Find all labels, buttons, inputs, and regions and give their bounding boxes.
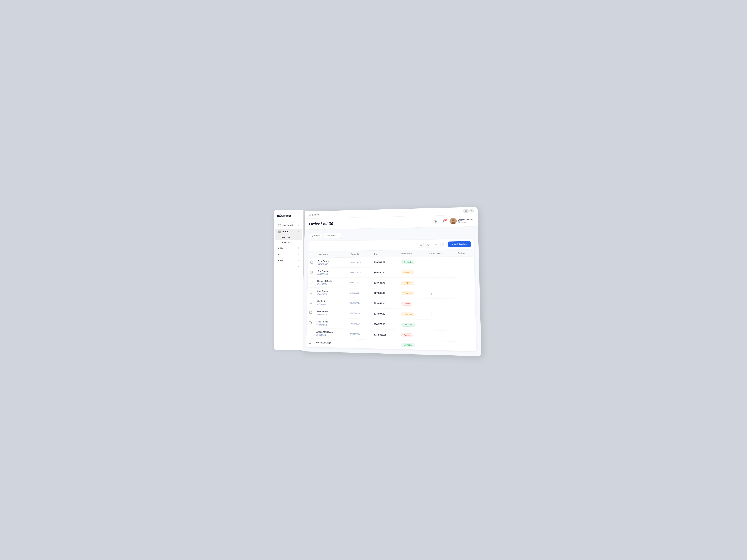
row-status-cell: Complete — [399, 340, 428, 350]
row-date-cell — [347, 339, 371, 348]
row-date-cell: 45/01/2024 — [347, 329, 371, 340]
row-checkbox[interactable] — [310, 281, 312, 284]
row-checkbox[interactable] — [310, 301, 312, 303]
search-input[interactable] — [312, 210, 461, 216]
action-menu-dots[interactable]: ⋮ — [430, 323, 434, 327]
row-action-cell[interactable]: ⋮ — [428, 320, 457, 331]
th-checkbox — [308, 251, 315, 258]
filters-button[interactable]: Filters — [309, 233, 322, 238]
action-menu-dots[interactable]: ⋮ — [430, 292, 433, 295]
row-orderid — [316, 344, 345, 345]
sidebar-item-order-list[interactable]: Order List — [275, 235, 302, 240]
row-date-cell: 01/01/2024 — [348, 257, 371, 268]
row-checkbox[interactable] — [309, 331, 311, 334]
row-date — [350, 344, 368, 344]
action-menu-dots[interactable]: ⋮ — [431, 344, 434, 347]
row-status-cell: Progress — [398, 277, 427, 288]
row-action-cell[interactable]: ⋮ — [427, 277, 456, 288]
notification-badge: 2 — [444, 219, 447, 221]
row-username-cell: Kate Tanner #9875J42A — [314, 308, 347, 318]
row-checkbox[interactable] — [310, 291, 312, 293]
sidebar: eComma Dashboard + Orders − Order List O… — [274, 210, 304, 350]
action-menu-dots[interactable]: ⋮ — [431, 334, 434, 338]
clock-button[interactable] — [432, 218, 439, 224]
row-checkbox-cell — [307, 288, 315, 298]
sidebar-item-products[interactable]: ducts + — [275, 245, 302, 251]
row-action-cell[interactable]: ⋮ — [428, 341, 457, 351]
row-checkbox[interactable] — [309, 341, 311, 344]
sidebar-item-order-datils[interactable]: Order Datils — [275, 240, 302, 245]
add-product-button[interactable]: + Add Product — [448, 241, 471, 247]
sidebar-item-item2[interactable]: + — [275, 264, 302, 270]
row-checkbox[interactable] — [310, 261, 313, 264]
table-row: Hannibal Smith #73235A74 09/01/2024 $23,… — [308, 277, 475, 288]
row-action-cell[interactable]: ⋮ — [428, 330, 457, 342]
row-price — [374, 344, 396, 345]
status-badge: Progress — [401, 270, 414, 274]
action-menu-dots[interactable]: ⋮ — [430, 313, 434, 316]
row-checkbox[interactable] — [309, 311, 312, 314]
action-menu-dots[interactable]: ⋮ — [430, 271, 433, 274]
row-price-cell: $56,509.09 — [371, 257, 398, 267]
svg-rect-22 — [444, 244, 444, 244]
row-action-cell[interactable]: ⋮ — [427, 288, 456, 299]
sidebar-item-label: Orders — [282, 230, 289, 233]
kbd-k: K — [469, 209, 474, 212]
row-price-cell: $234,866.76 — [371, 329, 399, 340]
row-orderid: #73235A74 — [317, 283, 345, 285]
row-username: Hannibal Smith — [316, 341, 345, 344]
chevron-down-icon — [337, 234, 339, 236]
sidebar-item-customers[interactable]: mers + — [275, 258, 302, 263]
search-icon-toolbar — [419, 244, 422, 246]
action-menu-dots[interactable]: ⋮ — [430, 260, 433, 264]
row-date-cell: 19/01/2024 — [347, 308, 371, 319]
month-select[interactable]: This Month — [324, 233, 341, 238]
sidebar-item-label: r — [278, 253, 279, 256]
app-wrapper: eComma Dashboard + Orders − Order List O… — [274, 210, 473, 350]
row-action-cell[interactable]: ⋮ — [427, 267, 456, 277]
svg-rect-3 — [280, 225, 280, 226]
select-all-checkbox[interactable] — [311, 253, 313, 256]
list-view-button[interactable] — [433, 242, 439, 248]
row-username-cell: Dori Doreau #48578H45 — [315, 268, 348, 278]
row-date: 12/01/2024 — [350, 292, 369, 294]
sidebar-item-dashboard[interactable]: Dashboard + — [275, 222, 302, 229]
filter-icon — [311, 235, 313, 237]
row-checkbox-cell — [307, 308, 314, 318]
row-date-cell: 12/01/2024 — [348, 288, 371, 298]
grid-view-button[interactable] — [440, 242, 446, 247]
row-price: $23,897.09 — [374, 312, 396, 315]
row-action-cell[interactable]: ⋮ — [428, 309, 457, 320]
row-status-cell: Progress — [398, 309, 428, 320]
orders-table: User Name Order ID Date Total Price Orde… — [306, 249, 476, 351]
row-action-cell[interactable]: ⋮ — [427, 257, 455, 267]
row-username-cell: Hannibal Smith #73235A74 — [315, 277, 348, 288]
sidebar-item-item1[interactable]: r + — [275, 251, 302, 257]
row-action-cell[interactable]: ⋮ — [427, 298, 456, 309]
row-orderid: #4578B67 — [317, 303, 345, 306]
order-table-container: + Add Product User Name Order ID Date To… — [306, 239, 476, 351]
sidebar-item-plus: + — [298, 224, 299, 227]
row-date-cell: 24/01/2024 — [347, 318, 371, 329]
search-toolbar-button[interactable] — [418, 242, 424, 248]
table-body: Tony Danza #4546D34G 01/01/2024 $56,509.… — [306, 256, 476, 351]
row-checkbox[interactable] — [310, 271, 313, 273]
row-checkbox[interactable] — [309, 321, 312, 324]
action-menu-dots[interactable]: ⋮ — [430, 281, 433, 284]
status-badge: Progress — [401, 281, 414, 285]
row-username: Dori Doreau — [317, 270, 345, 272]
sidebar-item-label: Dashboard — [282, 224, 293, 226]
row-status-cell: Progress — [398, 267, 427, 277]
user-info[interactable]: Alexe Jordan Designer — [450, 217, 473, 224]
sidebar-item-plus: + — [298, 253, 299, 256]
notification-button[interactable]: 2 — [441, 218, 447, 224]
row-username: April Curtis — [317, 290, 345, 292]
status-badge: Complete — [401, 260, 414, 264]
action-menu-dots[interactable]: ⋮ — [430, 302, 433, 305]
sidebar-item-orders[interactable]: Orders − — [275, 229, 302, 235]
th-username: User Name — [315, 251, 348, 258]
refresh-toolbar-button[interactable] — [425, 242, 431, 247]
th-orderid: Order ID — [348, 250, 371, 258]
table-row: Murdock #4578B67 12/01/2024 $23,453.10 C… — [307, 298, 475, 310]
row-date-cell: 12/01/2024 — [348, 298, 371, 308]
